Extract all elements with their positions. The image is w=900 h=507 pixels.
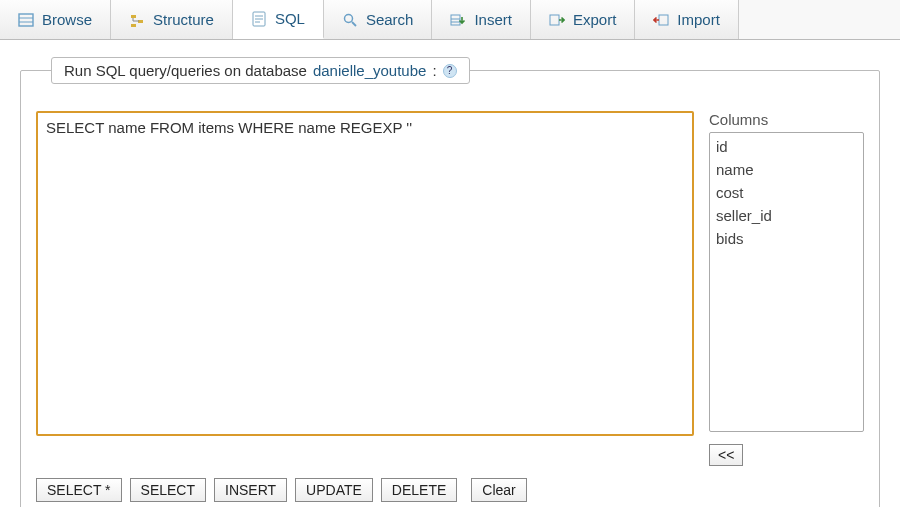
svg-rect-13: [659, 15, 668, 25]
legend-prefix: Run SQL query/queries on database: [64, 62, 307, 79]
svg-rect-0: [19, 14, 33, 26]
import-icon: [653, 12, 669, 28]
tab-search[interactable]: Search: [324, 0, 433, 39]
tab-import[interactable]: Import: [635, 0, 739, 39]
columns-title: Columns: [709, 111, 864, 128]
svg-rect-12: [550, 15, 559, 25]
legend-suffix: :: [432, 62, 436, 79]
tab-label: Import: [677, 11, 720, 28]
delete-button[interactable]: DELETE: [381, 478, 457, 502]
column-option[interactable]: name: [712, 158, 861, 181]
query-template-buttons: SELECT * SELECT INSERT UPDATE DELETE Cle…: [36, 478, 864, 502]
sql-panel: Run SQL query/queries on database daniel…: [20, 70, 880, 507]
column-option[interactable]: cost: [712, 181, 861, 204]
column-option[interactable]: bids: [712, 227, 861, 250]
tab-label: Browse: [42, 11, 92, 28]
svg-point-7: [344, 14, 352, 22]
help-icon[interactable]: ?: [443, 64, 457, 78]
tab-insert[interactable]: Insert: [432, 0, 531, 39]
insert-column-button[interactable]: <<: [709, 444, 743, 466]
export-icon: [549, 12, 565, 28]
insert-button[interactable]: INSERT: [214, 478, 287, 502]
tab-sql[interactable]: SQL: [233, 0, 324, 39]
tab-export[interactable]: Export: [531, 0, 635, 39]
clear-button[interactable]: Clear: [471, 478, 526, 502]
tab-structure[interactable]: Structure: [111, 0, 233, 39]
tab-label: Export: [573, 11, 616, 28]
svg-line-8: [352, 22, 356, 26]
columns-select[interactable]: idnamecostseller_idbids: [709, 132, 864, 432]
tab-label: Search: [366, 11, 414, 28]
structure-icon: [129, 12, 145, 28]
search-icon: [342, 12, 358, 28]
tab-browse[interactable]: Browse: [0, 0, 111, 39]
svg-rect-9: [451, 15, 460, 25]
tab-label: SQL: [275, 10, 305, 27]
sql-icon: [251, 11, 267, 27]
columns-pane: Columns idnamecostseller_idbids <<: [709, 111, 864, 466]
tab-label: Insert: [474, 11, 512, 28]
sql-query-input[interactable]: [36, 111, 694, 436]
panel-legend: Run SQL query/queries on database daniel…: [51, 57, 470, 84]
tab-bar: Browse Structure SQL Search Insert Expor…: [0, 0, 900, 40]
work-area: Columns idnamecostseller_idbids <<: [36, 111, 864, 466]
column-option[interactable]: seller_id: [712, 204, 861, 227]
table-icon: [18, 12, 34, 28]
insert-icon: [450, 12, 466, 28]
select-button[interactable]: SELECT: [130, 478, 206, 502]
update-button[interactable]: UPDATE: [295, 478, 373, 502]
database-link[interactable]: danielle_youtube: [313, 62, 426, 79]
column-option[interactable]: id: [712, 135, 861, 158]
tab-label: Structure: [153, 11, 214, 28]
select-star-button[interactable]: SELECT *: [36, 478, 122, 502]
